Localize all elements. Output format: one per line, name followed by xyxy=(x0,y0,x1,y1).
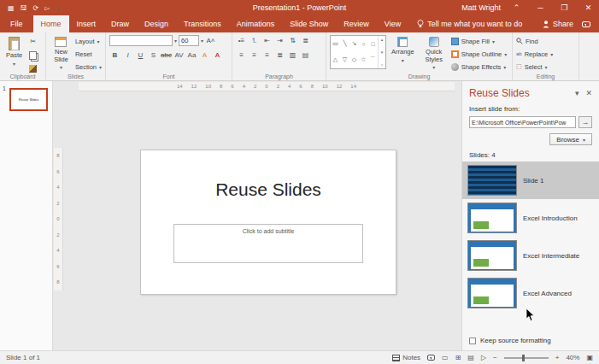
zoom-slider[interactable] xyxy=(504,357,549,359)
tab-slide-show[interactable]: Slide Show xyxy=(282,15,336,32)
bold-button[interactable]: B xyxy=(109,50,120,61)
slideshow-view-icon[interactable]: ▷ xyxy=(481,354,486,361)
share-button[interactable]: Share xyxy=(543,20,573,28)
align-center-icon[interactable]: ≡ xyxy=(249,50,260,61)
shape-gallery-scrollbar[interactable]: ▴ ▾ ▿ xyxy=(378,36,385,68)
comments-icon[interactable] xyxy=(582,21,590,27)
decrease-indent-icon[interactable]: ⇤ xyxy=(261,35,273,46)
reuse-slide-item-3[interactable]: Excel Intermediate xyxy=(462,237,599,274)
shape-star-icon[interactable]: ☆ xyxy=(359,51,368,68)
browse-button[interactable]: Browse ▾ xyxy=(549,133,592,145)
pane-close-icon[interactable]: ✕ xyxy=(585,89,592,97)
new-slide-button[interactable]: New Slide ▾ xyxy=(50,35,73,73)
text-direction-icon[interactable]: ≣ xyxy=(300,35,311,46)
section-button[interactable]: Section▾ xyxy=(75,62,102,72)
font-size-caret-icon[interactable]: ▾ xyxy=(201,38,203,44)
ribbon-display-options-icon[interactable]: ⌃ xyxy=(508,3,525,12)
shape-line-icon[interactable]: ╲ xyxy=(340,36,349,51)
reuse-slide-item-2[interactable]: Excel Introduction xyxy=(462,199,599,237)
change-case-button[interactable]: Aa xyxy=(186,50,197,61)
status-comments-icon[interactable] xyxy=(427,355,435,361)
start-slideshow-icon[interactable]: ▻ xyxy=(44,4,50,12)
align-right-icon[interactable]: ≡ xyxy=(261,50,273,61)
subtitle-placeholder[interactable]: Click to add subtitle xyxy=(173,224,363,263)
shape-outline-button[interactable]: Shape Outline▾ xyxy=(451,49,508,59)
tab-insert[interactable]: Insert xyxy=(69,15,104,32)
restore-button[interactable]: ❐ xyxy=(556,3,573,12)
layout-button[interactable]: Layout▾ xyxy=(75,36,102,46)
align-left-icon[interactable]: ≡ xyxy=(236,50,247,61)
redo-icon[interactable]: ⟳ xyxy=(33,4,39,12)
arrange-button[interactable]: Arrange ▾ xyxy=(389,35,417,66)
increase-indent-icon[interactable]: ⇥ xyxy=(274,35,285,46)
tab-view[interactable]: View xyxy=(377,15,408,32)
shape-triangle-icon[interactable]: △ xyxy=(331,51,340,68)
shape-gallery-more-icon[interactable]: ▿ xyxy=(381,62,384,68)
character-spacing-button[interactable]: AV xyxy=(173,50,185,61)
notes-button[interactable]: Notes xyxy=(392,354,420,361)
tab-home[interactable]: Home xyxy=(33,15,69,32)
fit-to-window-icon[interactable]: ▣ xyxy=(586,354,593,361)
shape-scroll-down-icon[interactable]: ▾ xyxy=(381,50,384,55)
keep-source-formatting-checkbox[interactable] xyxy=(469,338,476,344)
minimize-button[interactable]: ─ xyxy=(532,3,549,12)
cut-icon[interactable]: ✂ xyxy=(27,36,38,47)
tell-me-box[interactable]: Tell me what you want to do xyxy=(408,15,531,32)
text-shadow-button[interactable]: S xyxy=(148,50,159,61)
font-name-caret-icon[interactable]: ▾ xyxy=(174,38,177,44)
shape-scroll-up-icon[interactable]: ▴ xyxy=(381,37,384,42)
shape-oval-icon[interactable]: ○ xyxy=(359,36,368,51)
increase-font-icon[interactable]: A˄ xyxy=(205,35,216,46)
justify-icon[interactable]: ≣ xyxy=(274,50,285,61)
bullets-icon[interactable]: •≡ xyxy=(236,35,247,46)
slide-1-thumbnail[interactable]: Reuse Slides xyxy=(9,88,48,111)
tab-transitions[interactable]: Transitions xyxy=(176,15,229,32)
customize-qat-icon[interactable]: ▾ xyxy=(56,5,58,11)
copy-icon[interactable] xyxy=(27,50,38,61)
shape-diamond-icon[interactable]: ◇ xyxy=(349,51,359,68)
italic-button[interactable]: I xyxy=(122,50,133,61)
columns-icon[interactable]: ▥ xyxy=(287,50,298,61)
keep-source-formatting-option[interactable]: Keep source formatting xyxy=(469,337,551,344)
shape-arrow-icon[interactable]: ↘ xyxy=(349,36,359,51)
font-color-button[interactable]: A xyxy=(212,50,223,61)
tab-file[interactable]: File xyxy=(0,15,33,32)
close-button[interactable]: ✕ xyxy=(580,3,596,12)
slide-canvas[interactable]: Reuse Slides Click to add subtitle xyxy=(140,150,396,295)
shape-square-icon[interactable]: □ xyxy=(368,36,378,51)
slide-sorter-view-icon[interactable]: ⊞ xyxy=(455,354,461,361)
zoom-slider-thumb[interactable] xyxy=(522,355,525,361)
numbering-icon[interactable]: ⒈ xyxy=(249,35,260,46)
replace-button[interactable]: ab Replace▾ xyxy=(516,49,553,59)
font-size-combo[interactable]: 60 xyxy=(179,35,199,46)
underline-button[interactable]: U xyxy=(135,50,146,61)
reading-view-icon[interactable]: ▤ xyxy=(467,354,474,361)
paste-button[interactable]: Paste ▾ xyxy=(3,35,25,69)
reset-button[interactable]: Reset xyxy=(75,49,102,59)
font-name-combo[interactable] xyxy=(109,35,173,46)
tab-design[interactable]: Design xyxy=(137,15,176,32)
shape-gallery[interactable]: ▭ ╲ ↘ ○ □ △ ▽ ◇ ☆ ⌒ ▴ ▾ ▿ xyxy=(330,35,386,69)
tab-review[interactable]: Review xyxy=(336,15,377,32)
normal-view-icon[interactable]: ▭ xyxy=(442,354,449,361)
tab-animations[interactable]: Animations xyxy=(229,15,283,32)
reuse-slide-item-4[interactable]: Excel Advanced xyxy=(462,274,599,312)
line-spacing-icon[interactable]: ⇅ xyxy=(287,35,298,46)
quick-styles-button[interactable]: Quick Styles ▾ xyxy=(420,35,449,73)
insert-path-input[interactable] xyxy=(469,116,576,128)
smartart-icon[interactable]: ▤ xyxy=(300,50,311,61)
shape-triangle-down-icon[interactable]: ▽ xyxy=(340,51,349,68)
highlight-color-button[interactable]: A xyxy=(199,50,210,61)
select-button[interactable]: ⬚ Select▾ xyxy=(516,62,553,72)
pane-options-caret-icon[interactable]: ▾ xyxy=(575,89,579,97)
find-button[interactable]: Find xyxy=(516,36,553,46)
slide-title-text[interactable]: Reuse Slides xyxy=(141,179,396,200)
tab-draw[interactable]: Draw xyxy=(103,15,137,32)
shape-rectangle-icon[interactable]: ▭ xyxy=(331,36,340,51)
reuse-slide-item-1[interactable]: Slide 1 xyxy=(462,161,599,199)
shape-effects-button[interactable]: Shape Effects▾ xyxy=(451,62,508,72)
strikethrough-button[interactable]: abc xyxy=(161,50,172,61)
shape-curve-icon[interactable]: ⌒ xyxy=(368,51,378,68)
shape-fill-button[interactable]: Shape Fill▾ xyxy=(451,36,508,46)
go-arrow-button[interactable]: → xyxy=(578,116,592,128)
